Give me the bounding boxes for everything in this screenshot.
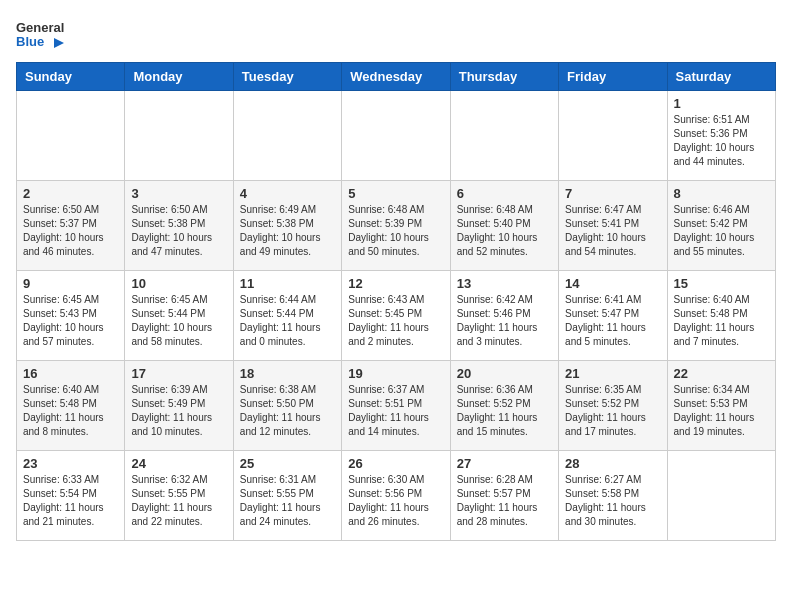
calendar-day-8: 8Sunrise: 6:46 AM Sunset: 5:42 PM Daylig… xyxy=(667,181,775,271)
day-info: Sunrise: 6:48 AM Sunset: 5:39 PM Dayligh… xyxy=(348,203,443,259)
calendar-day-23: 23Sunrise: 6:33 AM Sunset: 5:54 PM Dayli… xyxy=(17,451,125,541)
calendar-day-21: 21Sunrise: 6:35 AM Sunset: 5:52 PM Dayli… xyxy=(559,361,667,451)
day-number: 23 xyxy=(23,456,118,471)
day-info: Sunrise: 6:34 AM Sunset: 5:53 PM Dayligh… xyxy=(674,383,769,439)
day-info: Sunrise: 6:48 AM Sunset: 5:40 PM Dayligh… xyxy=(457,203,552,259)
day-info: Sunrise: 6:32 AM Sunset: 5:55 PM Dayligh… xyxy=(131,473,226,529)
empty-cell xyxy=(17,91,125,181)
day-number: 24 xyxy=(131,456,226,471)
day-info: Sunrise: 6:40 AM Sunset: 5:48 PM Dayligh… xyxy=(674,293,769,349)
day-number: 10 xyxy=(131,276,226,291)
day-info: Sunrise: 6:51 AM Sunset: 5:36 PM Dayligh… xyxy=(674,113,769,169)
day-info: Sunrise: 6:35 AM Sunset: 5:52 PM Dayligh… xyxy=(565,383,660,439)
day-number: 15 xyxy=(674,276,769,291)
day-info: Sunrise: 6:27 AM Sunset: 5:58 PM Dayligh… xyxy=(565,473,660,529)
weekday-header-monday: Monday xyxy=(125,63,233,91)
calendar-day-16: 16Sunrise: 6:40 AM Sunset: 5:48 PM Dayli… xyxy=(17,361,125,451)
calendar-day-13: 13Sunrise: 6:42 AM Sunset: 5:46 PM Dayli… xyxy=(450,271,558,361)
calendar-week-row: 1Sunrise: 6:51 AM Sunset: 5:36 PM Daylig… xyxy=(17,91,776,181)
day-info: Sunrise: 6:42 AM Sunset: 5:46 PM Dayligh… xyxy=(457,293,552,349)
day-info: Sunrise: 6:40 AM Sunset: 5:48 PM Dayligh… xyxy=(23,383,118,439)
day-number: 5 xyxy=(348,186,443,201)
day-number: 12 xyxy=(348,276,443,291)
empty-cell xyxy=(667,451,775,541)
day-info: Sunrise: 6:37 AM Sunset: 5:51 PM Dayligh… xyxy=(348,383,443,439)
calendar-day-25: 25Sunrise: 6:31 AM Sunset: 5:55 PM Dayli… xyxy=(233,451,341,541)
logo: General Blue xyxy=(16,16,64,52)
calendar-day-24: 24Sunrise: 6:32 AM Sunset: 5:55 PM Dayli… xyxy=(125,451,233,541)
svg-text:Blue: Blue xyxy=(16,34,44,49)
day-info: Sunrise: 6:49 AM Sunset: 5:38 PM Dayligh… xyxy=(240,203,335,259)
day-info: Sunrise: 6:36 AM Sunset: 5:52 PM Dayligh… xyxy=(457,383,552,439)
day-info: Sunrise: 6:45 AM Sunset: 5:43 PM Dayligh… xyxy=(23,293,118,349)
calendar-week-row: 23Sunrise: 6:33 AM Sunset: 5:54 PM Dayli… xyxy=(17,451,776,541)
calendar-day-7: 7Sunrise: 6:47 AM Sunset: 5:41 PM Daylig… xyxy=(559,181,667,271)
calendar-day-10: 10Sunrise: 6:45 AM Sunset: 5:44 PM Dayli… xyxy=(125,271,233,361)
calendar-day-12: 12Sunrise: 6:43 AM Sunset: 5:45 PM Dayli… xyxy=(342,271,450,361)
calendar-day-11: 11Sunrise: 6:44 AM Sunset: 5:44 PM Dayli… xyxy=(233,271,341,361)
day-number: 22 xyxy=(674,366,769,381)
calendar-week-row: 2Sunrise: 6:50 AM Sunset: 5:37 PM Daylig… xyxy=(17,181,776,271)
day-number: 19 xyxy=(348,366,443,381)
svg-text:General: General xyxy=(16,20,64,35)
day-info: Sunrise: 6:28 AM Sunset: 5:57 PM Dayligh… xyxy=(457,473,552,529)
day-info: Sunrise: 6:44 AM Sunset: 5:44 PM Dayligh… xyxy=(240,293,335,349)
day-info: Sunrise: 6:30 AM Sunset: 5:56 PM Dayligh… xyxy=(348,473,443,529)
day-info: Sunrise: 6:50 AM Sunset: 5:38 PM Dayligh… xyxy=(131,203,226,259)
day-info: Sunrise: 6:45 AM Sunset: 5:44 PM Dayligh… xyxy=(131,293,226,349)
calendar-header-row: SundayMondayTuesdayWednesdayThursdayFrid… xyxy=(17,63,776,91)
calendar-table: SundayMondayTuesdayWednesdayThursdayFrid… xyxy=(16,62,776,541)
calendar-day-9: 9Sunrise: 6:45 AM Sunset: 5:43 PM Daylig… xyxy=(17,271,125,361)
day-number: 7 xyxy=(565,186,660,201)
day-number: 28 xyxy=(565,456,660,471)
day-number: 8 xyxy=(674,186,769,201)
day-info: Sunrise: 6:39 AM Sunset: 5:49 PM Dayligh… xyxy=(131,383,226,439)
day-number: 11 xyxy=(240,276,335,291)
day-number: 17 xyxy=(131,366,226,381)
calendar-day-22: 22Sunrise: 6:34 AM Sunset: 5:53 PM Dayli… xyxy=(667,361,775,451)
day-number: 4 xyxy=(240,186,335,201)
calendar-day-19: 19Sunrise: 6:37 AM Sunset: 5:51 PM Dayli… xyxy=(342,361,450,451)
logo-icon: General Blue xyxy=(16,16,64,52)
day-number: 27 xyxy=(457,456,552,471)
day-info: Sunrise: 6:41 AM Sunset: 5:47 PM Dayligh… xyxy=(565,293,660,349)
calendar-day-6: 6Sunrise: 6:48 AM Sunset: 5:40 PM Daylig… xyxy=(450,181,558,271)
empty-cell xyxy=(559,91,667,181)
empty-cell xyxy=(233,91,341,181)
day-info: Sunrise: 6:33 AM Sunset: 5:54 PM Dayligh… xyxy=(23,473,118,529)
day-info: Sunrise: 6:47 AM Sunset: 5:41 PM Dayligh… xyxy=(565,203,660,259)
page-container: General Blue SundayMondayTuesdayWednesda… xyxy=(16,16,776,541)
calendar-day-3: 3Sunrise: 6:50 AM Sunset: 5:38 PM Daylig… xyxy=(125,181,233,271)
day-number: 14 xyxy=(565,276,660,291)
calendar-day-28: 28Sunrise: 6:27 AM Sunset: 5:58 PM Dayli… xyxy=(559,451,667,541)
calendar-day-27: 27Sunrise: 6:28 AM Sunset: 5:57 PM Dayli… xyxy=(450,451,558,541)
calendar-day-5: 5Sunrise: 6:48 AM Sunset: 5:39 PM Daylig… xyxy=(342,181,450,271)
day-info: Sunrise: 6:50 AM Sunset: 5:37 PM Dayligh… xyxy=(23,203,118,259)
calendar-week-row: 16Sunrise: 6:40 AM Sunset: 5:48 PM Dayli… xyxy=(17,361,776,451)
calendar-day-26: 26Sunrise: 6:30 AM Sunset: 5:56 PM Dayli… xyxy=(342,451,450,541)
day-number: 1 xyxy=(674,96,769,111)
weekday-header-tuesday: Tuesday xyxy=(233,63,341,91)
day-info: Sunrise: 6:31 AM Sunset: 5:55 PM Dayligh… xyxy=(240,473,335,529)
empty-cell xyxy=(450,91,558,181)
day-number: 3 xyxy=(131,186,226,201)
header: General Blue xyxy=(16,16,776,52)
day-number: 13 xyxy=(457,276,552,291)
weekday-header-thursday: Thursday xyxy=(450,63,558,91)
day-number: 26 xyxy=(348,456,443,471)
calendar-day-17: 17Sunrise: 6:39 AM Sunset: 5:49 PM Dayli… xyxy=(125,361,233,451)
day-number: 21 xyxy=(565,366,660,381)
day-number: 18 xyxy=(240,366,335,381)
day-info: Sunrise: 6:46 AM Sunset: 5:42 PM Dayligh… xyxy=(674,203,769,259)
calendar-day-2: 2Sunrise: 6:50 AM Sunset: 5:37 PM Daylig… xyxy=(17,181,125,271)
day-info: Sunrise: 6:43 AM Sunset: 5:45 PM Dayligh… xyxy=(348,293,443,349)
calendar-day-18: 18Sunrise: 6:38 AM Sunset: 5:50 PM Dayli… xyxy=(233,361,341,451)
weekday-header-saturday: Saturday xyxy=(667,63,775,91)
calendar-day-14: 14Sunrise: 6:41 AM Sunset: 5:47 PM Dayli… xyxy=(559,271,667,361)
day-number: 25 xyxy=(240,456,335,471)
calendar-day-20: 20Sunrise: 6:36 AM Sunset: 5:52 PM Dayli… xyxy=(450,361,558,451)
day-number: 6 xyxy=(457,186,552,201)
calendar-day-15: 15Sunrise: 6:40 AM Sunset: 5:48 PM Dayli… xyxy=(667,271,775,361)
weekday-header-sunday: Sunday xyxy=(17,63,125,91)
day-number: 2 xyxy=(23,186,118,201)
